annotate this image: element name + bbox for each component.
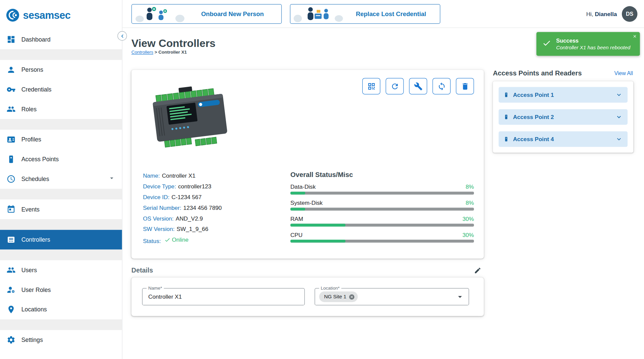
- dropdown-arrow-icon[interactable]: [455, 292, 465, 301]
- close-icon[interactable]: [633, 34, 637, 39]
- greeting-text: Hi, Dianella: [586, 10, 617, 17]
- sidebar-item-locations[interactable]: Locations: [0, 300, 122, 319]
- sidebar-item-label: Events: [21, 206, 40, 213]
- details-header: Details: [131, 267, 484, 274]
- chevron-down-icon: [615, 91, 623, 99]
- dashboard-icon: [7, 35, 16, 44]
- name-input[interactable]: [143, 289, 304, 305]
- location-field-label: Location*: [319, 286, 341, 291]
- sidebar-separator: [0, 249, 122, 260]
- remove-location-icon[interactable]: [349, 294, 355, 300]
- chevron-down-icon: [615, 135, 623, 143]
- progress-track: [290, 224, 474, 227]
- brand-logo[interactable]: sesamsec: [0, 0, 122, 29]
- person-icon: [7, 65, 16, 74]
- toast-message: Controller X1 has been rebooted: [556, 45, 630, 50]
- location-icon: [7, 305, 16, 314]
- breadcrumb-current: Controller X1: [158, 50, 187, 55]
- name-field: Name*: [142, 288, 305, 305]
- qr-code-button[interactable]: [362, 78, 380, 95]
- sync-icon: [437, 82, 446, 91]
- access-points-header: Access Points and Readers View All: [493, 69, 633, 77]
- reboot-button[interactable]: [386, 78, 404, 95]
- sidebar-item-label: Dashboard: [21, 36, 51, 43]
- sidebar-item-profiles[interactable]: Profiles: [0, 130, 122, 149]
- sidebar-item-persons[interactable]: Persons: [0, 60, 122, 80]
- sidebar-item-credentials[interactable]: Credentials: [0, 80, 122, 100]
- people-icon: [7, 105, 16, 114]
- sidebar-item-label: Profiles: [21, 136, 41, 143]
- location-chip: NG Site 1: [319, 291, 358, 302]
- chevron-down-icon: [615, 113, 623, 121]
- sidebar-item-label: User Roles: [21, 287, 51, 293]
- sidebar-item-controllers[interactable]: Controllers: [0, 230, 122, 250]
- name-field-label: Name*: [147, 286, 164, 291]
- access-point-item-1[interactable]: Access Point 1: [499, 87, 628, 103]
- status-badge: Online: [164, 236, 189, 243]
- status-panel: Overall Status/Misc Data-Disk8% System-D…: [290, 171, 474, 247]
- tools-icon: [414, 82, 423, 91]
- sidebar-separator: [0, 319, 122, 330]
- sidebar-item-schedules[interactable]: Schedules: [0, 169, 122, 189]
- info-row: OS Version:AND_V2.9: [143, 215, 222, 222]
- progress-track: [290, 192, 474, 195]
- info-row: Name:Controller X1: [143, 172, 222, 179]
- page-title: View Controllers: [131, 37, 216, 50]
- status-row: Status: Online: [143, 236, 222, 244]
- profile-card-icon: [7, 135, 16, 144]
- info-row: Device ID:C-1234 567: [143, 194, 222, 201]
- replace-lost-credential-button[interactable]: Replace Lost Credential: [290, 4, 440, 24]
- onboard-new-person-button[interactable]: Onboard New Person: [131, 4, 282, 24]
- meter-ram: RAM30%: [290, 216, 474, 227]
- sidebar-item-label: Roles: [21, 106, 37, 113]
- key-icon: [7, 85, 16, 94]
- controller-icon: [7, 235, 16, 244]
- topbar: Onboard New Person R: [122, 0, 644, 28]
- status-panel-title: Overall Status/Misc: [290, 171, 474, 178]
- meter-cpu: CPU30%: [290, 232, 474, 243]
- sidebar-item-users[interactable]: Users: [0, 260, 122, 280]
- sidebar-separator: [0, 219, 122, 230]
- sidebar-item-dashboard[interactable]: Dashboard: [0, 29, 122, 49]
- user-area: Hi, Dianella DS: [586, 6, 644, 22]
- view-all-link[interactable]: View All: [614, 70, 633, 76]
- chevron-down-icon[interactable]: [108, 174, 115, 183]
- sidebar: sesamsec Dashboard Persons Credentials R…: [0, 0, 122, 359]
- sidebar-item-user-roles[interactable]: User Roles: [0, 280, 122, 300]
- trash-icon: [461, 82, 469, 91]
- controller-card: Name:Controller X1 Device Type:controlle…: [131, 70, 484, 258]
- sidebar-item-label: Locations: [21, 306, 47, 313]
- access-point-icon: [503, 135, 509, 143]
- avatar[interactable]: DS: [622, 6, 638, 22]
- sidebar-item-roles[interactable]: Roles: [0, 99, 122, 119]
- access-point-item-3[interactable]: Access Point 4: [499, 131, 628, 147]
- sidebar-item-access-points[interactable]: Access Points: [0, 149, 122, 169]
- access-points-card: Access Point 1 Access Point 2 Access Poi…: [493, 81, 633, 153]
- location-field[interactable]: Location* NG Site 1: [315, 288, 469, 305]
- tools-button[interactable]: [409, 78, 427, 95]
- progress-fill: [290, 240, 345, 243]
- user-roles-icon: [7, 285, 16, 294]
- delete-button[interactable]: [456, 78, 474, 95]
- check-icon: [164, 237, 170, 243]
- progress-fill: [290, 192, 305, 195]
- breadcrumb: Controllers > Controller X1: [131, 50, 187, 55]
- sidebar-item-label: Settings: [21, 337, 43, 343]
- collapse-sidebar-button[interactable]: [117, 31, 127, 41]
- sidebar-separator: [0, 49, 122, 60]
- check-icon: [542, 39, 551, 49]
- edit-details-button[interactable]: [474, 267, 481, 274]
- sidebar-item-events[interactable]: Events: [0, 199, 122, 219]
- controller-toolbar: [362, 78, 474, 95]
- replace-button-label: Replace Lost Credential: [348, 10, 440, 17]
- sidebar-separator: [0, 189, 122, 199]
- progress-fill: [290, 224, 345, 227]
- progress-track: [290, 208, 474, 211]
- breadcrumb-controllers-link[interactable]: Controllers: [131, 50, 153, 55]
- sidebar-item-settings[interactable]: Settings: [0, 330, 122, 350]
- sync-button[interactable]: [432, 78, 450, 95]
- access-point-item-2[interactable]: Access Point 2: [499, 109, 628, 125]
- access-point-icon: [503, 113, 509, 121]
- details-card: Name* Location* NG Site 1: [131, 278, 484, 316]
- controller-info: Name:Controller X1 Device Type:controlle…: [143, 172, 222, 248]
